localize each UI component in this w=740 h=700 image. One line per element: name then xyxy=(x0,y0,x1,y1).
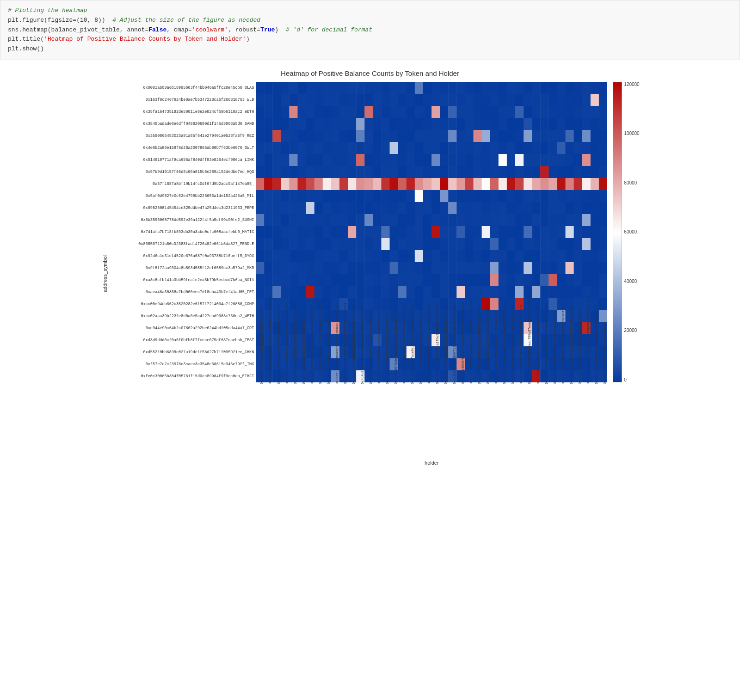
heatmap-wrapper: 0x000bf68755eaee7158571d17b94582734f5f54… xyxy=(256,82,607,466)
x-tick-label: 0x048f880ba4f22b42cbb138f8076d4aace3b4a6… xyxy=(268,295,272,384)
x-tick-label: 0xce919328ccc0a437f516d8a4337a0a76b6d8 xyxy=(553,310,557,384)
colorbar-container: 120000100000800006000040000200000 xyxy=(613,82,639,466)
x-tick-label: 0xa8b06f652d48339b9b5ec7a1764342e8f4cb4a… xyxy=(478,305,481,384)
x-tick-label: 0x3abf520a7b4db6cace3e906f1b30619df20900… xyxy=(335,303,339,384)
x-axis-label: holder xyxy=(256,460,607,466)
chart-body: address_symbol 0x0001a500a6b18995b03f44b… xyxy=(100,82,639,466)
x-tick-label: 0x906f064506f5162483351db6829f1a09761019… xyxy=(461,303,465,384)
x-tick-labels: 0x000bf68755eaee7158571d17b94582734f5f54… xyxy=(256,384,607,458)
x-tick-label: 0x53266e87e5818a83ea294d6917dc00443b12c3 xyxy=(377,307,381,384)
y-axis-label: address_symbol xyxy=(100,255,108,292)
y-tick-label: 0xc944e90c64b2c07662a292be6244bdf05cda44… xyxy=(108,322,254,334)
x-tick-label: 0x219c7ab3a90db9b2222bd7527ad44089a7 xyxy=(302,314,306,384)
x-tick-label: 0xbae0c4e2b688459599aac705e87eee33b15715… xyxy=(528,293,531,384)
x-tick-label: 0xb8001c3ec9aa15a31c1dc2a1ba682d45dd2045… xyxy=(519,305,523,384)
x-tick-label: 0x2e4550da4d4212d125dbe45b5326a8657344e0… xyxy=(319,303,322,384)
chart-title: Heatmap of Positive Balance Counts by To… xyxy=(281,69,459,77)
x-tick-label: 0xa83320be006522d48339b9b5ec7a17643428f4… xyxy=(486,305,490,384)
colorbar-tick: 120000 xyxy=(624,82,639,87)
x-tick-label: 0x000bf68755eaee7158571d17b94582734f5f54… xyxy=(260,303,264,384)
y-tick-label: 0xaea46a60368a7bd060eec7df8cba43b7ef41ad… xyxy=(108,286,254,298)
x-tick-label: 0xaa090903f6f631dea7d00ca529a00d5d06891a… xyxy=(503,305,506,384)
y-tick-label: 0x4e0b2a80e158f8d28a2007866ab80b7f63be60… xyxy=(108,142,254,154)
colorbar-tick: 20000 xyxy=(624,328,639,333)
x-tick-label: 0x4d4d8b7bff73a01d6f6aeae16e244194a921fc xyxy=(361,307,364,384)
y-tick-label: 0xf57e7e7c23978c3caec3c3548e3d615c346e79… xyxy=(108,358,254,370)
colorbar xyxy=(613,82,622,382)
x-tick-label: 0x5d13266e87e5818a83ea294d691dc0443b12c xyxy=(386,308,389,384)
colorbar-tick: 40000 xyxy=(624,279,639,284)
y-tick-label: 0x514910771af9ca656af840dff83e8264ecf986… xyxy=(108,154,254,166)
colorbar-tick: 100000 xyxy=(624,131,639,136)
x-tick-label: 0xca8b1df0add369bf4d84c9d1c09150e32b1571… xyxy=(536,303,540,384)
x-tick-label: 0x62e5109f8cbf2ba2aee9acb6754ba2318fe299… xyxy=(394,305,398,384)
x-tick-label: 0x46ead126443535a88690e755ecf035c7c56338… xyxy=(352,305,356,384)
y-tick-label: 0x6982508145454ce325ddbe47a25d4ec3d23119… xyxy=(108,202,254,214)
x-tick-label: 0xea3ab5e3c8c0411c7a26a82244e44351588b2 xyxy=(578,308,582,384)
y-tick-label: 0x3b50805453023a91a8bf641e279401a0b23fa6… xyxy=(108,130,254,142)
colorbar-tick: 0 xyxy=(624,377,639,382)
x-tick-label: 0xf6ff6becfe9d0b78424c598352c8f64d0d1d67… xyxy=(595,305,598,384)
x-tick-label: 0x8a0b04b1577359f7e0b8d79e0655d97208d082… xyxy=(453,305,456,384)
x-tick-label: 0xea3a5c5e3c8c0f41c7a26a82244e435e1d588b… xyxy=(570,305,574,384)
y-tick-label: 0x5af0d9827e0c53e4799bb226655a1de152a425… xyxy=(108,190,254,202)
code-block: # Plotting the heatmap plt.figure(figsiz… xyxy=(0,0,740,60)
x-tick-label: 0xf12f1d22c2f1d1dbc420f07b4d4406754ba423… xyxy=(586,295,590,384)
y-tick-label: 0xcc02aaa39b223fe8d0a0e5c4f27ead9083c756… xyxy=(108,310,254,322)
x-tick-label: 0x67f241e12bcd420f07e14f716bf453e91cf431… xyxy=(402,305,406,384)
y-tick-label: 0x92d6c1e31e14520e676a687f0a93788b716bef… xyxy=(108,250,254,262)
x-tick-label: 0xb379602595943ce5f9357c599f9935620045dd… xyxy=(511,305,515,384)
y-tick-label: 0x3845badade8e6dff049820680d1f14bd3903a5… xyxy=(108,118,254,130)
heatmap-and-colorbar: 0x000bf68755eaee7158571d17b94582734f5f54… xyxy=(256,82,639,466)
x-tick-label: 0x84ba38696f42dbcb88ec2c5f82d24a074d2e6f… xyxy=(444,305,448,384)
x-tick-label: 0xfb00593194cc4810e61bd61543a2c6 xyxy=(603,322,607,384)
x-tick-label: 0x3588ae5a1ce983e146ca606ebf12a853538142… xyxy=(327,303,331,384)
x-tick-label: 0x73045e207623eed9e09f647fec7d3f3c0b4a37… xyxy=(419,303,423,384)
y-tick-label: 0x7d1afa7b718fb893db30a3abc0cfc608aacfeb… xyxy=(108,226,254,238)
x-tick-label: 0x10ab0c444200ebee18f8d33777753a19150d0b… xyxy=(285,301,289,384)
y-tick-label: 0xd3d9ddd0cf0a5f0bfb8f7fceae075df687eaeb… xyxy=(108,334,254,346)
y-tick-label: 0x0001a500a6b18995b03f44bb040a5ffc28e45c… xyxy=(108,82,254,94)
x-tick-label: 0x7d63ac7ec4b5d42ef1a1f5e24589b261040839… xyxy=(436,301,439,384)
y-tick-labels: 0x0001a500a6b18995b03f44bb040a5ffc28e45c… xyxy=(108,82,256,382)
colorbar-ticks: 120000100000800006000040000200000 xyxy=(622,82,639,382)
x-tick-label: 0x6d56f592da67ace9ab98f1e4716bf453e91c39… xyxy=(411,305,414,384)
chart-container: Heatmap of Positive Balance Counts by To… xyxy=(0,60,740,470)
y-tick-label: 0x9f8f72aa9304c8b593d555f12ef6589cc3a579… xyxy=(108,262,254,274)
x-tick-label: 0xa8832be006522d4e8f4c7b5ec7a176434f4c xyxy=(494,310,498,384)
x-tick-label: 0x78924b5c895ca1fcdc15cbd2d15f50a72b4e2e… xyxy=(427,303,431,384)
x-tick-label: 0x0e1eddf1e826662f13b913c54340e229e93fe1… xyxy=(561,305,565,384)
y-tick-label: 0xa8c8cfb141a3bb59fea1e2ea6b79b5ecbcd7b6… xyxy=(108,274,254,286)
y-tick-label: 0xd55210bb6898c021a19de1f58d27b71f095921… xyxy=(108,346,254,358)
x-tick-label: 0x52f692b2833e00d64609d9a77c43f96176421c xyxy=(369,307,373,384)
y-tick-label: 0x808507121b80c02388fad14726482e061b8da8… xyxy=(108,238,254,250)
x-tick-label: 0xcea8b1c100ada1df0add369bf4c9d15032b157… xyxy=(545,303,549,384)
y-tick-label: 0x57b9d10157f66d8c00a815b5e289a152dedbe7… xyxy=(108,166,254,178)
x-tick-label: 0x2822b4b49e9961d8a19cb818d8ee0bf58bce5f… xyxy=(310,301,314,384)
x-tick-label: 0x16d14d3aae35af8605d37503014cde8e3f89e3… xyxy=(294,305,297,384)
x-tick-label: 0x0a62c82c4812cb138f8076d4aace3b4a685a78… xyxy=(277,305,281,384)
y-tick-label: 0x163f8c2467924be0ae7b5347228cabf2603187… xyxy=(108,94,254,106)
y-tick-label: 0xfe0c30065b384f05761f15d0cc899d4f9f9cc0… xyxy=(108,370,254,382)
y-tick-label: 0x35fa164735182de50811e8e2e824cfb9b6118a… xyxy=(108,106,254,118)
x-tick-label: 0x4039698e124c7000d91ba2b11a565defc12993… xyxy=(344,303,347,384)
colorbar-tick: 60000 xyxy=(624,229,639,234)
y-tick-label: 0xcc00e94cb662c3520282e6f5717214004a7f26… xyxy=(108,298,254,310)
y-tick-label: 0x57f1887a8bf19b14fc0df6fd9b2acc9af147ea… xyxy=(108,178,254,190)
x-tick-label: 0xa8332be0065416244b6285f02e29962f1a0976… xyxy=(469,301,473,384)
y-tick-label: 0x6b3595068778dd592e39a122f4f5a5cf09c90f… xyxy=(108,214,254,226)
colorbar-tick: 80000 xyxy=(624,180,639,185)
